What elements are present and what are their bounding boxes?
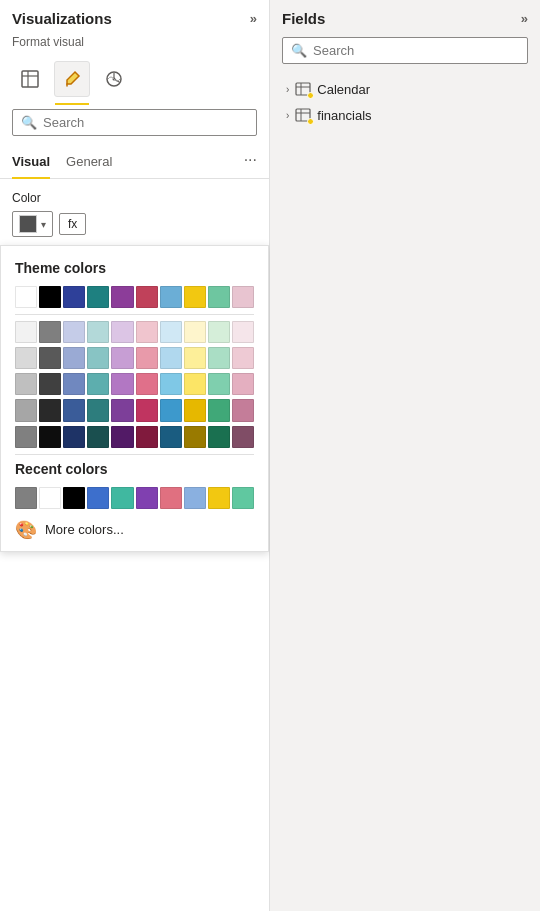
recent-color-cell[interactable]: [184, 487, 206, 509]
color-cell[interactable]: [160, 399, 182, 421]
color-divider-1: [15, 314, 254, 315]
fx-button[interactable]: fx: [59, 213, 86, 235]
color-cell[interactable]: [87, 286, 109, 308]
color-swatch-btn[interactable]: ▾: [12, 211, 53, 237]
recent-color-cell[interactable]: [63, 487, 85, 509]
color-cell[interactable]: [87, 321, 109, 343]
color-cell[interactable]: [136, 426, 158, 448]
color-cell[interactable]: [160, 347, 182, 369]
color-cell[interactable]: [111, 347, 133, 369]
color-cell[interactable]: [232, 426, 254, 448]
color-cell[interactable]: [232, 347, 254, 369]
color-cell[interactable]: [111, 399, 133, 421]
color-cell[interactable]: [184, 286, 206, 308]
fields-list: › Calendar › finan: [270, 72, 540, 132]
more-colors-btn[interactable]: 🎨 More colors...: [15, 513, 254, 541]
color-cell[interactable]: [136, 321, 158, 343]
fields-title: Fields: [282, 10, 325, 27]
tab-visual[interactable]: Visual: [12, 148, 50, 179]
color-cell[interactable]: [184, 373, 206, 395]
recent-color-row: [15, 487, 254, 509]
more-colors-label: More colors...: [45, 522, 124, 537]
financials-table-icon: [295, 107, 311, 123]
color-cell[interactable]: [15, 426, 37, 448]
color-cell[interactable]: [39, 426, 61, 448]
financials-chevron-icon: ›: [286, 110, 289, 121]
color-cell[interactable]: [184, 321, 206, 343]
field-item-calendar[interactable]: › Calendar: [282, 76, 528, 102]
left-search-box[interactable]: 🔍: [12, 109, 257, 136]
right-search-box[interactable]: 🔍: [282, 37, 528, 64]
color-cell[interactable]: [208, 399, 230, 421]
color-cell[interactable]: [63, 347, 85, 369]
recent-color-cell[interactable]: [208, 487, 230, 509]
color-cell[interactable]: [87, 347, 109, 369]
recent-color-cell[interactable]: [136, 487, 158, 509]
tabs-row: Visual General ···: [0, 144, 269, 179]
calendar-table-icon: [295, 81, 311, 97]
recent-color-cell[interactable]: [160, 487, 182, 509]
color-cell[interactable]: [39, 347, 61, 369]
color-cell[interactable]: [208, 426, 230, 448]
tab-general[interactable]: General: [66, 148, 112, 179]
color-cell[interactable]: [63, 286, 85, 308]
color-cell[interactable]: [63, 426, 85, 448]
color-cell[interactable]: [208, 347, 230, 369]
color-cell[interactable]: [232, 373, 254, 395]
color-cell[interactable]: [111, 286, 133, 308]
color-cell[interactable]: [136, 373, 158, 395]
field-item-financials[interactable]: › financials: [282, 102, 528, 128]
right-expand-icon[interactable]: »: [521, 11, 528, 26]
color-cell[interactable]: [111, 373, 133, 395]
color-cell[interactable]: [111, 426, 133, 448]
color-cell[interactable]: [15, 286, 37, 308]
color-cell[interactable]: [63, 321, 85, 343]
expand-icon[interactable]: »: [250, 11, 257, 26]
more-options-btn[interactable]: ···: [244, 151, 257, 175]
color-cell[interactable]: [15, 321, 37, 343]
color-cell[interactable]: [39, 399, 61, 421]
left-search-input[interactable]: [43, 115, 248, 130]
recent-color-cell[interactable]: [87, 487, 109, 509]
color-cell[interactable]: [87, 399, 109, 421]
recent-color-cell[interactable]: [39, 487, 61, 509]
color-cell[interactable]: [63, 373, 85, 395]
color-cell[interactable]: [136, 347, 158, 369]
palette-icon: 🎨: [15, 519, 37, 541]
color-cell[interactable]: [111, 321, 133, 343]
color-cell[interactable]: [232, 286, 254, 308]
color-cell[interactable]: [15, 347, 37, 369]
recent-color-cell[interactable]: [111, 487, 133, 509]
analytics-format-btn[interactable]: [96, 61, 132, 97]
color-cell[interactable]: [232, 399, 254, 421]
color-cell[interactable]: [136, 286, 158, 308]
color-cell[interactable]: [160, 286, 182, 308]
color-cell[interactable]: [39, 286, 61, 308]
color-cell[interactable]: [232, 321, 254, 343]
color-cell[interactable]: [184, 426, 206, 448]
svg-rect-0: [22, 71, 38, 87]
color-cell[interactable]: [39, 321, 61, 343]
general-format-btn[interactable]: [12, 61, 48, 97]
color-cell[interactable]: [160, 426, 182, 448]
color-cell[interactable]: [208, 321, 230, 343]
color-cell[interactable]: [184, 347, 206, 369]
right-search-input[interactable]: [313, 43, 519, 58]
color-cell[interactable]: [15, 373, 37, 395]
paint-format-btn[interactable]: [54, 61, 90, 97]
color-cell[interactable]: [208, 373, 230, 395]
recent-color-cell[interactable]: [15, 487, 37, 509]
color-cell[interactable]: [15, 399, 37, 421]
color-cell[interactable]: [87, 373, 109, 395]
recent-color-cell[interactable]: [232, 487, 254, 509]
color-cell[interactable]: [208, 286, 230, 308]
color-cell[interactable]: [39, 373, 61, 395]
color-cell[interactable]: [184, 399, 206, 421]
color-cell[interactable]: [63, 399, 85, 421]
format-icon-row: [0, 57, 269, 105]
color-cell[interactable]: [136, 399, 158, 421]
color-picker-dropdown: Theme colors: [0, 245, 269, 552]
color-cell[interactable]: [87, 426, 109, 448]
color-cell[interactable]: [160, 321, 182, 343]
color-cell[interactable]: [160, 373, 182, 395]
